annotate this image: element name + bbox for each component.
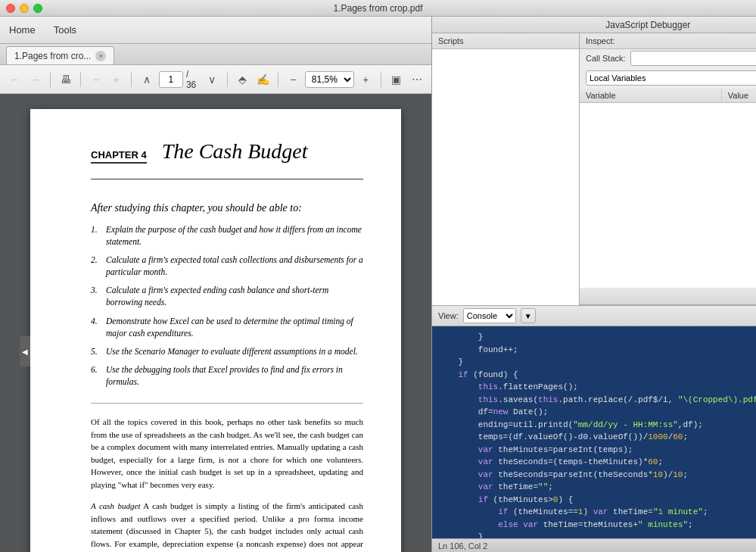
view-dropdown-button[interactable]: ▼ bbox=[521, 308, 536, 323]
cash-budget-term: A cash budget bbox=[91, 501, 140, 510]
zoom-in-button[interactable]: + bbox=[107, 70, 125, 89]
inspect-header: Inspect: bbox=[580, 33, 756, 49]
minimize-button[interactable] bbox=[20, 4, 29, 13]
scripts-content bbox=[432, 49, 579, 305]
inspect-select[interactable]: Local Variables bbox=[586, 70, 756, 86]
value-column-header: Value bbox=[722, 89, 756, 102]
toolbar-separator-3 bbox=[131, 72, 132, 87]
nav-home[interactable]: Home bbox=[0, 17, 45, 43]
view-select[interactable]: Console bbox=[463, 308, 516, 323]
pdf-nav-bar: Home Tools bbox=[0, 17, 431, 44]
code-line: var theMinutes=parseInt(temps); bbox=[438, 444, 756, 457]
body-text-1: Of all the topics covered in this book, … bbox=[91, 416, 363, 491]
zoom-select[interactable]: 81,5% bbox=[305, 71, 354, 88]
code-line: if (theMinutes>0) { bbox=[438, 494, 756, 507]
toolbar-separator-2 bbox=[80, 72, 81, 87]
chapter-line: CHAPTER 4 The Cash Budget bbox=[91, 139, 363, 164]
inspect-label: Inspect: bbox=[586, 36, 615, 45]
chapter-divider bbox=[91, 179, 363, 179]
code-line: var theSeconds=parseInt(theSeconds*10)/1… bbox=[438, 469, 756, 482]
code-line: var theSeconds=(temps-theMinutes)*60; bbox=[438, 456, 756, 469]
pdf-content: ◀ CHAPTER 4 The Cash Budget After studyi… bbox=[0, 94, 431, 552]
code-line: var theTime=""; bbox=[438, 481, 756, 494]
code-line: if (found) { bbox=[438, 369, 756, 382]
objectives-list: Explain the purpose of the cash budget a… bbox=[91, 223, 363, 388]
prev-page-button[interactable]: ∧ bbox=[138, 70, 156, 89]
list-item: Calculate a firm's expected ending cash … bbox=[91, 284, 363, 308]
code-line: } bbox=[438, 531, 756, 538]
view-label-row: View: Console ▼ bbox=[432, 306, 756, 326]
call-stack-label: Call Stack: bbox=[586, 54, 626, 63]
code-line: this.saveas(this.path.replace(/.pdf$/i, … bbox=[438, 394, 756, 407]
code-line: if (theMinutes==1) var theTime="1 minute… bbox=[438, 506, 756, 519]
close-button[interactable] bbox=[6, 4, 15, 13]
call-stack-input[interactable] bbox=[630, 51, 756, 66]
variable-table-body bbox=[580, 103, 756, 288]
code-editor[interactable]: } found++; } if (found) { this.flattenPa… bbox=[432, 326, 756, 538]
debugger-top-section: Scripts Inspect: Call Stack: ▼ Local Var… bbox=[432, 33, 756, 306]
code-line: } bbox=[438, 331, 756, 344]
print-button[interactable]: 🖶 bbox=[57, 70, 74, 89]
list-item: Calculate a firm's expected total cash c… bbox=[91, 254, 363, 278]
debugger-panel: JavaScript Debugger Scripts Inspect: Cal… bbox=[431, 17, 756, 552]
pdf-tab[interactable]: 1.Pages from cro... × bbox=[6, 46, 114, 64]
call-stack-row: Call Stack: ▼ bbox=[580, 49, 756, 67]
status-text: Ln 106, Col 2 bbox=[438, 541, 487, 550]
pdf-tab-bar: 1.Pages from cro... × bbox=[0, 44, 431, 65]
learning-objectives-heading: After studying this chapter, you should … bbox=[91, 202, 363, 214]
list-item: Use the Scenario Manager to evaluate dif… bbox=[91, 345, 363, 357]
back-button[interactable]: ← bbox=[6, 70, 23, 89]
toolbar-separator-6 bbox=[381, 72, 381, 87]
pdf-toolbar: ← → 🖶 − + ∧ / 36 ∨ ⬘ ✍ − 81,5% + ▣ bbox=[0, 65, 431, 94]
code-line: temps=(df.valueOf()-d0.valueOf())/1000/6… bbox=[438, 431, 756, 444]
tab-close-button[interactable]: × bbox=[95, 51, 106, 61]
next-page-button[interactable]: ∨ bbox=[203, 70, 221, 89]
chapter-title: The Cash Budget bbox=[162, 139, 308, 164]
pdf-page: ◀ CHAPTER 4 The Cash Budget After studyi… bbox=[30, 109, 401, 552]
list-item: Demonstrate how Excel can be used to det… bbox=[91, 315, 363, 339]
cursor-tool[interactable]: ⬘ bbox=[234, 70, 251, 89]
list-item: Use the debugging tools that Excel provi… bbox=[91, 363, 363, 388]
page-number-input[interactable] bbox=[159, 71, 183, 88]
more-options-button[interactable]: ⋯ bbox=[408, 70, 425, 89]
inspect-panel: Inspect: Call Stack: ▼ Local Variables ▼ bbox=[580, 33, 756, 305]
body-text-2: A cash budget A cash budget is simply a … bbox=[91, 500, 363, 552]
view-section: View: Console ▼ } found++; } if (found) … bbox=[432, 306, 756, 552]
collapse-handle[interactable]: ◀ bbox=[20, 336, 30, 366]
chapter-label: CHAPTER 4 bbox=[91, 149, 147, 164]
hand-tool[interactable]: ✍ bbox=[254, 70, 272, 89]
debugger-title: JavaScript Debugger bbox=[432, 17, 756, 33]
code-line: } bbox=[438, 356, 756, 369]
page-total: / 36 bbox=[186, 69, 200, 90]
list-item: Explain the purpose of the cash budget a… bbox=[91, 223, 363, 248]
scripts-panel: Scripts bbox=[432, 33, 580, 305]
status-bar: Ln 106, Col 2 〈 〉 bbox=[432, 538, 756, 552]
variable-table: Variable Value bbox=[580, 89, 756, 288]
variable-table-header: Variable Value bbox=[580, 89, 756, 103]
debugger-toolbar-right: 〈 ✖ 〉 bbox=[580, 288, 756, 305]
code-line: ending=util.printd("mm/dd/yy - HH:MM:ss"… bbox=[438, 419, 756, 432]
window-title: 1.Pages from crop.pdf bbox=[333, 3, 422, 14]
scripts-label: Scripts bbox=[432, 33, 579, 49]
toolbar-separator-5 bbox=[278, 72, 278, 87]
nav-tools[interactable]: Tools bbox=[45, 17, 86, 43]
tab-label: 1.Pages from cro... bbox=[14, 51, 91, 61]
maximize-button[interactable] bbox=[33, 4, 42, 13]
title-bar: 1.Pages from crop.pdf bbox=[0, 0, 756, 17]
fit-page-button[interactable]: ▣ bbox=[387, 70, 405, 89]
forward-button[interactable]: → bbox=[26, 70, 44, 89]
view-label: View: bbox=[438, 311, 459, 320]
variable-column-header: Variable bbox=[580, 89, 722, 102]
code-line: found++; bbox=[438, 344, 756, 357]
traffic-lights bbox=[6, 4, 42, 13]
code-line: df=new Date(); bbox=[438, 406, 756, 419]
zoom-out-button[interactable]: − bbox=[87, 70, 104, 89]
toolbar-separator-1 bbox=[50, 72, 51, 87]
code-line: this.flattenPages(); bbox=[438, 381, 756, 394]
code-line: else var theTime=theMinutes+" minutes"; bbox=[438, 519, 756, 532]
zoom-in-btn2[interactable]: + bbox=[357, 70, 375, 89]
inspect-select-row: Local Variables ▼ bbox=[580, 67, 756, 89]
pdf-panel: Home Tools 1.Pages from cro... × ← → 🖶 −… bbox=[0, 17, 431, 552]
section-divider bbox=[91, 403, 363, 404]
zoom-out-btn2[interactable]: − bbox=[285, 70, 302, 89]
